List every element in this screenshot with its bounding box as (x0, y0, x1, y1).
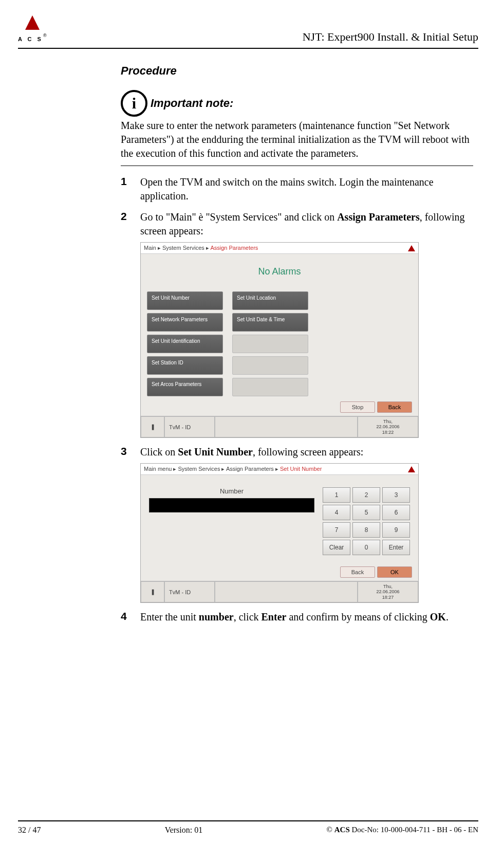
step-4: 4 Enter the unit number, click Enter and… (121, 610, 473, 624)
step-number: 4 (121, 610, 131, 624)
step-2: 2 Go to "Main" è "System Services" and c… (121, 210, 473, 438)
screenshot-set-unit-number: Main menu ▸ System Services ▸ Assign Par… (140, 463, 419, 603)
set-arcos-parameters-button[interactable]: Set Arcos Parameters (147, 378, 223, 396)
logo-registered: ® (43, 33, 47, 38)
set-unit-date-time-button[interactable]: Set Unit Date & Time (232, 313, 308, 332)
set-unit-identification-button[interactable]: Set Unit Identification (147, 335, 223, 353)
procedure-heading: Procedure (121, 64, 473, 78)
logo-icon (408, 466, 415, 472)
key-9[interactable]: 9 (382, 522, 410, 538)
breadcrumb: Main menu ▸ System Services ▸ Assign Par… (141, 464, 418, 475)
timestamp: Thu,22.06.200618:27 (358, 581, 418, 602)
number-label: Number (149, 487, 314, 495)
info-icon: i (121, 90, 147, 117)
step-3-text: Click on Set Unit Number, following scre… (140, 446, 363, 457)
key-5[interactable]: 5 (352, 505, 380, 520)
version: Version: 01 (165, 824, 202, 836)
status-gap (215, 416, 358, 437)
key-7[interactable]: 7 (323, 522, 350, 538)
tvm-id-label: TvM - ID (164, 416, 215, 437)
important-note-body: Make sure to enter the network parameter… (121, 119, 473, 166)
status-icon: ❚ (141, 416, 164, 437)
status-bar: ❚ TvM - ID Thu,22.06.200618:27 (141, 581, 418, 602)
key-1[interactable]: 1 (323, 487, 350, 503)
header-title: NJT: Expert900 Install. & Initial Setup (303, 29, 478, 45)
key-clear[interactable]: Clear (323, 540, 350, 555)
key-enter[interactable]: Enter (382, 540, 410, 555)
logo-triangle-icon (25, 15, 40, 30)
page-header: A C S® NJT: Expert900 Install. & Initial… (18, 15, 478, 49)
step-1-text: Open the TVM and switch on the mains swi… (140, 175, 473, 203)
breadcrumb: Main ▸ System Services ▸ Assign Paramete… (141, 243, 418, 254)
key-3[interactable]: 3 (382, 487, 410, 503)
status-icon: ❚ (141, 581, 164, 602)
timestamp: Thu,22.06.200618:22 (358, 416, 418, 437)
ok-button[interactable]: OK (377, 566, 412, 578)
step-3: 3 Click on Set Unit Number, following sc… (121, 445, 473, 603)
back-button[interactable]: Back (340, 566, 375, 578)
logo-icon (408, 245, 415, 251)
page-footer: 32 / 47 Version: 01 © ACS Doc-No: 10-000… (18, 820, 478, 836)
key-8[interactable]: 8 (352, 522, 380, 538)
step-number: 2 (121, 210, 131, 438)
logo-letters: A C S (18, 36, 43, 42)
tvm-id-label: TvM - ID (164, 581, 215, 602)
page-number: 32 / 47 (18, 824, 41, 836)
status-gap (215, 581, 358, 602)
important-note-label: Important note: (151, 97, 233, 110)
disabled-button (232, 356, 308, 375)
key-0[interactable]: 0 (352, 540, 380, 555)
key-6[interactable]: 6 (382, 505, 410, 520)
disabled-button (232, 335, 308, 353)
stop-button[interactable]: Stop (340, 401, 375, 413)
set-unit-location-button[interactable]: Set Unit Location (232, 291, 308, 310)
acs-logo: A C S® (18, 15, 47, 45)
step-number: 3 (121, 445, 131, 603)
set-network-parameters-button[interactable]: Set Network Parameters (147, 313, 223, 332)
set-unit-number-button[interactable]: Set Unit Number (147, 291, 223, 310)
step-4-text: Enter the unit number, click Enter and c… (140, 610, 473, 624)
numeric-keypad: 1 2 3 4 5 6 7 8 9 Clear 0 (323, 487, 410, 555)
disabled-button (232, 378, 308, 396)
doc-number: © ACS Doc-No: 10-000-004-711 - BH - 06 -… (327, 824, 478, 836)
status-bar: ❚ TvM - ID Thu,22.06.200618:22 (141, 416, 418, 437)
step-1: 1 Open the TVM and switch on the mains s… (121, 175, 473, 203)
screenshot-assign-parameters: Main ▸ System Services ▸ Assign Paramete… (140, 242, 419, 438)
back-button[interactable]: Back (377, 401, 412, 413)
key-2[interactable]: 2 (352, 487, 380, 503)
key-4[interactable]: 4 (323, 505, 350, 520)
number-input[interactable] (149, 498, 314, 512)
step-number: 1 (121, 175, 131, 203)
no-alarms-banner: No Alarms (141, 254, 418, 291)
step-2-text: Go to "Main" è "System Services" and cli… (140, 211, 464, 236)
set-station-id-button[interactable]: Set Station ID (147, 356, 223, 375)
